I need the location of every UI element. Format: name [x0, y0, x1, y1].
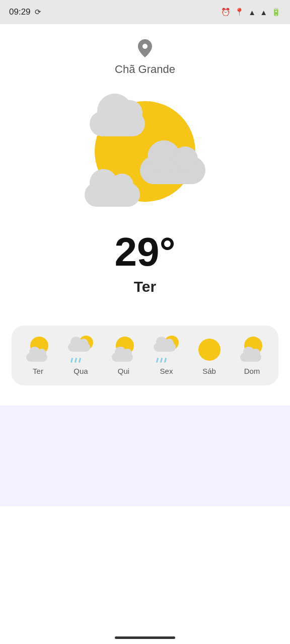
- forecast-icon-qua: [67, 336, 95, 364]
- location-pin-icon: [138, 39, 152, 61]
- forecast-day-qui: Qui: [118, 367, 129, 375]
- cloud-mid-right-icon: [140, 156, 205, 184]
- status-bar-right: ⏰ 📍 ▲ ▲ 🔋: [221, 8, 281, 17]
- alarm-icon: ⏰: [221, 8, 231, 17]
- forecast-day-dom: Dom: [244, 367, 260, 375]
- forecast-icon-sex: [153, 336, 181, 364]
- location-icon: 📍: [235, 8, 244, 17]
- signal-icon: ▲: [260, 8, 267, 17]
- weather-illustration: [75, 91, 215, 212]
- cloud-top-left-icon: [90, 111, 145, 136]
- forecast-item-sab[interactable]: Sáb: [192, 336, 227, 375]
- forecast-day-qua: Qua: [74, 367, 88, 375]
- status-bar: 09:29 ⟳ ⏰ 📍 ▲ ▲ 🔋: [0, 0, 290, 24]
- wifi-icon: ▲: [248, 8, 256, 17]
- forecast-icon-ter: [24, 336, 52, 364]
- location-name: Chã Grande: [115, 63, 175, 76]
- forecast-icon-qui: [110, 336, 138, 364]
- location-container[interactable]: Chã Grande: [115, 39, 175, 76]
- home-indicator: [115, 636, 175, 639]
- status-time: 09:29: [9, 7, 31, 17]
- forecast-day-ter: Ter: [33, 367, 43, 375]
- forecast-item-qua[interactable]: Qua: [63, 336, 99, 375]
- forecast-icon-sab: [195, 336, 224, 364]
- forecast-icon-dom: [238, 336, 266, 364]
- status-bar-left: 09:29 ⟳: [9, 7, 41, 17]
- forecast-day-sex: Sex: [160, 367, 173, 375]
- forecast-item-dom[interactable]: Dom: [235, 336, 270, 375]
- day-label: Ter: [134, 278, 156, 295]
- battery-icon: 🔋: [271, 8, 281, 17]
- sync-icon: ⟳: [35, 8, 41, 17]
- cloud-bottom-left-icon: [85, 183, 140, 207]
- forecast-day-sab: Sáb: [202, 367, 216, 375]
- forecast-item-ter[interactable]: Ter: [21, 336, 56, 375]
- forecast-item-qui[interactable]: Qui: [106, 336, 141, 375]
- temperature-display: 29°: [115, 232, 176, 272]
- bottom-section: [0, 406, 290, 506]
- forecast-strip: Ter Qua Qui: [12, 326, 278, 385]
- main-content: Chã Grande 29° Ter Ter: [0, 24, 290, 506]
- forecast-item-sex[interactable]: Sex: [149, 336, 184, 375]
